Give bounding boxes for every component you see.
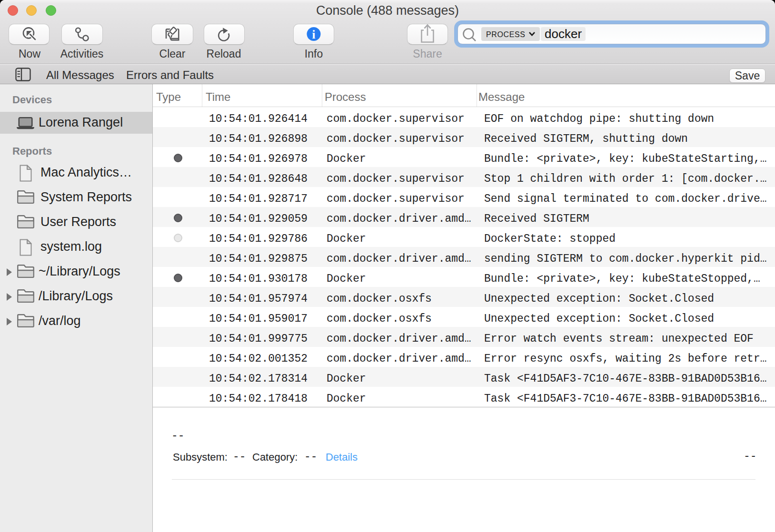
svg-text:i: i	[312, 28, 316, 41]
